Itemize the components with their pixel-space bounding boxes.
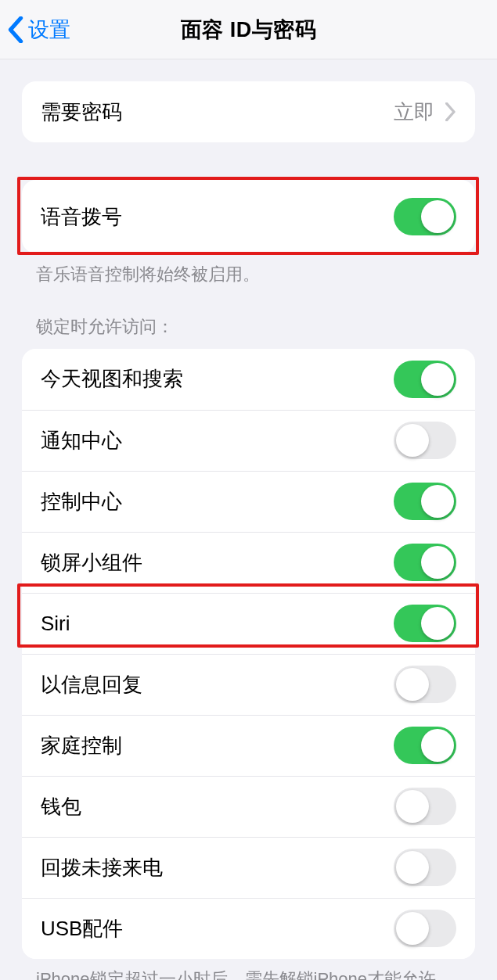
locked-access-row: 回拨未接来电 xyxy=(22,837,475,898)
locked-access-row: 锁屏小组件 xyxy=(22,532,475,593)
locked-access-toggle[interactable] xyxy=(394,605,456,642)
locked-access-toggle[interactable] xyxy=(394,849,456,886)
locked-access-footer: iPhone锁定超过一小时后，需先解锁iPhone才能允许USB配件连接。 xyxy=(36,967,461,980)
locked-access-label: 通知中心 xyxy=(41,427,122,454)
locked-access-row: 家庭控制 xyxy=(22,715,475,776)
locked-access-label: 今天视图和搜索 xyxy=(41,365,183,393)
locked-access-label: 以信息回复 xyxy=(41,671,142,698)
locked-access-label: 回拨未接来电 xyxy=(41,854,163,881)
require-passcode-label: 需要密码 xyxy=(41,99,122,126)
locked-access-label: USB配件 xyxy=(41,915,123,942)
back-label: 设置 xyxy=(28,16,70,44)
require-passcode-card: 需要密码 立即 xyxy=(22,81,475,142)
require-passcode-value: 立即 xyxy=(394,99,434,126)
page-title: 面容 ID与密码 xyxy=(181,16,317,44)
locked-access-toggle[interactable] xyxy=(394,727,456,764)
voice-dial-footer: 音乐语音控制将始终被启用。 xyxy=(36,263,461,287)
locked-access-row: 以信息回复 xyxy=(22,654,475,715)
locked-access-row: Siri xyxy=(22,593,475,654)
locked-access-toggle[interactable] xyxy=(394,361,456,398)
locked-access-toggle[interactable] xyxy=(394,666,456,703)
voice-dial-row: 语音拨号 xyxy=(22,180,475,253)
locked-access-toggle[interactable] xyxy=(394,910,456,947)
locked-access-label: 家庭控制 xyxy=(41,732,122,759)
locked-access-row: 钱包 xyxy=(22,776,475,837)
locked-access-label: 钱包 xyxy=(41,793,81,820)
locked-access-toggle[interactable] xyxy=(394,788,456,825)
navbar: 设置 面容 ID与密码 xyxy=(0,0,497,59)
locked-access-card: 今天视图和搜索通知中心控制中心锁屏小组件Siri以信息回复家庭控制钱包回拨未接来… xyxy=(22,349,475,959)
locked-access-toggle[interactable] xyxy=(394,544,456,581)
locked-access-row: USB配件 xyxy=(22,898,475,959)
locked-access-row: 通知中心 xyxy=(22,410,475,471)
locked-access-row: 今天视图和搜索 xyxy=(22,349,475,410)
back-button[interactable]: 设置 xyxy=(8,0,70,59)
locked-access-header: 锁定时允许访问： xyxy=(36,315,461,339)
locked-access-label: Siri xyxy=(41,612,70,636)
locked-access-label: 锁屏小组件 xyxy=(41,549,142,576)
locked-access-toggle[interactable] xyxy=(394,422,456,459)
voice-dial-label: 语音拨号 xyxy=(41,203,122,231)
require-passcode-row[interactable]: 需要密码 立即 xyxy=(22,81,475,142)
voice-dial-toggle[interactable] xyxy=(394,198,456,235)
locked-access-label: 控制中心 xyxy=(41,488,122,515)
chevron-right-icon xyxy=(445,102,456,121)
chevron-left-icon xyxy=(8,16,23,43)
locked-access-toggle[interactable] xyxy=(394,483,456,520)
voice-dial-card: 语音拨号 xyxy=(22,180,475,253)
locked-access-row: 控制中心 xyxy=(22,471,475,532)
